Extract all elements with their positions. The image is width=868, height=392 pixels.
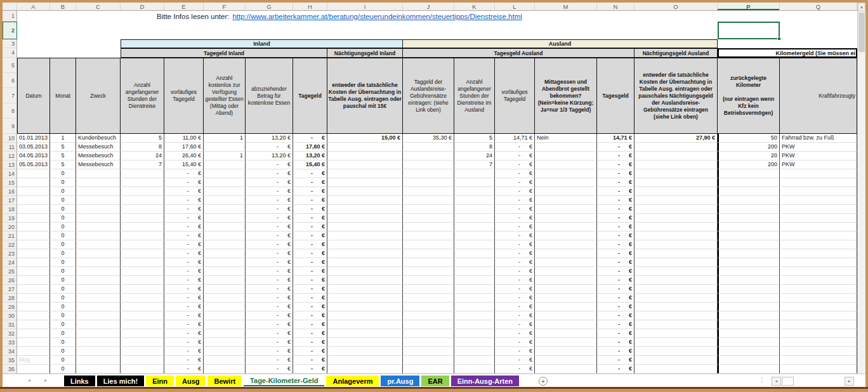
header-cell-P[interactable]: zurückgelegte Kilometer (nur eintragen w… [718,58,780,134]
cell-C21[interactable] [76,232,121,240]
cell-J12[interactable] [403,152,454,160]
row-header-4[interactable]: 4 [3,48,17,58]
header-cell-G[interactable]: abzuziehender Betrag für kostenlose Esse… [246,58,293,134]
row-header-24[interactable]: 24 [3,258,17,267]
cell-N20[interactable]: -€ [597,223,635,232]
cell-I27[interactable] [327,285,403,294]
cell-C28[interactable] [76,294,121,303]
cell-M26[interactable] [535,276,597,285]
cell-A31[interactable] [17,320,50,329]
cell-E34[interactable]: -€ [164,347,204,356]
cell-Q24[interactable] [780,258,857,267]
cell-P18[interactable] [718,205,780,214]
cell-E18[interactable]: -€ [164,205,204,214]
cell-D10[interactable]: 5 [121,134,164,143]
cell-H23[interactable]: -€ [293,249,327,258]
row-header-32[interactable]: 32 [3,329,17,338]
cell-B14[interactable]: 0 [50,169,76,178]
cell-G10[interactable]: 13,20 € [246,134,293,143]
cell-E17[interactable]: -€ [164,196,204,205]
cell-K25[interactable] [454,267,495,276]
column-header-C[interactable]: C [76,3,121,10]
cell-J26[interactable] [403,276,454,285]
cell-H36[interactable]: -€ [293,365,327,374]
cell-L15[interactable]: -€ [495,178,535,187]
cell-D33[interactable] [121,338,164,347]
cell-K12[interactable]: 24 [454,152,495,160]
row-header-26[interactable]: 26 [3,276,17,285]
column-header-M[interactable]: M [535,3,597,10]
cell-F23[interactable] [204,249,246,258]
cell-I14[interactable] [327,169,403,178]
cell-C30[interactable] [76,311,121,320]
cell-P36[interactable] [718,365,780,374]
cell-C22[interactable] [76,240,121,249]
cell-N22[interactable]: -€ [597,240,635,249]
cell-M17[interactable] [535,196,597,205]
cell-E30[interactable]: -€ [164,311,204,320]
cell-L35[interactable]: -€ [495,356,535,365]
cell-E14[interactable]: -€ [164,169,204,178]
row-header-19[interactable]: 19 [3,214,17,223]
cell-N23[interactable]: -€ [597,249,635,258]
cell-F24[interactable] [204,258,246,267]
cell-B27[interactable]: 0 [50,285,76,294]
cell-O33[interactable] [635,338,718,347]
cell-M34[interactable] [535,347,597,356]
cell-E24[interactable]: -€ [164,258,204,267]
cell-J29[interactable] [403,303,454,311]
cell-N10[interactable]: 14,71 € [597,134,635,143]
cell-K35[interactable] [454,356,495,365]
cell-A18[interactable] [17,205,50,214]
cell-K34[interactable] [454,347,495,356]
cell-O27[interactable] [635,285,718,294]
cell-Q36[interactable] [780,365,857,374]
cell-H12[interactable]: 13,20 € [293,152,327,160]
cell-I29[interactable] [327,303,403,311]
cell-G19[interactable]: -€ [246,214,293,223]
row-header-5[interactable]: 5 [3,58,17,73]
overflow-dots-icon[interactable]: ⋮ [759,376,765,383]
cell-P23[interactable] [718,249,780,258]
row-header-14[interactable]: 14 [3,169,17,178]
row-header-25[interactable]: 25 [3,267,17,276]
cell-A30[interactable] [17,311,50,320]
cell-L34[interactable]: -€ [495,347,535,356]
cell-K19[interactable] [454,214,495,223]
cell-K17[interactable] [454,196,495,205]
cell-L33[interactable]: -€ [495,338,535,347]
cell-P12[interactable]: 20 [718,152,780,160]
cell-F18[interactable] [204,205,246,214]
header-cell-K[interactable]: Anzahl angefangener Stunden der Dienstre… [454,58,495,134]
cell-K11[interactable]: 8 [454,143,495,152]
cell-D18[interactable] [121,205,164,214]
cell-Q29[interactable] [780,303,857,311]
cell-N29[interactable]: -€ [597,303,635,311]
cell-G11[interactable]: -€ [246,143,293,152]
cell-N28[interactable]: -€ [597,294,635,303]
cell-M12[interactable] [535,152,597,160]
cell-O34[interactable] [635,347,718,356]
cell-O14[interactable] [635,169,718,178]
horizontal-scroll-thumb[interactable] [782,377,794,386]
cell-O16[interactable] [635,187,718,196]
cell-I18[interactable] [327,205,403,214]
cell-K30[interactable] [454,311,495,320]
section-header-naechtigungsgeld-ausland[interactable]: Nächtigungsgeld Ausland [635,48,718,58]
cell-B25[interactable]: 0 [50,267,76,276]
cell-E10[interactable]: 11,00 € [164,134,204,143]
column-header-I[interactable]: I [327,3,403,10]
cell-E22[interactable]: -€ [164,240,204,249]
row-header-34[interactable]: 34 [3,347,17,356]
column-header-P[interactable]: P [718,3,780,10]
cell-K10[interactable]: 5 [454,134,495,143]
cell-L20[interactable]: -€ [495,223,535,232]
cell-Q14[interactable] [780,169,857,178]
cell-F33[interactable] [204,338,246,347]
cell-P26[interactable] [718,276,780,285]
row-header-23[interactable]: 23 [3,249,17,258]
row-header-22[interactable]: 22 [3,240,17,249]
cell-B16[interactable]: 0 [50,187,76,196]
cell-B26[interactable]: 0 [50,276,76,285]
cell-J27[interactable] [403,285,454,294]
